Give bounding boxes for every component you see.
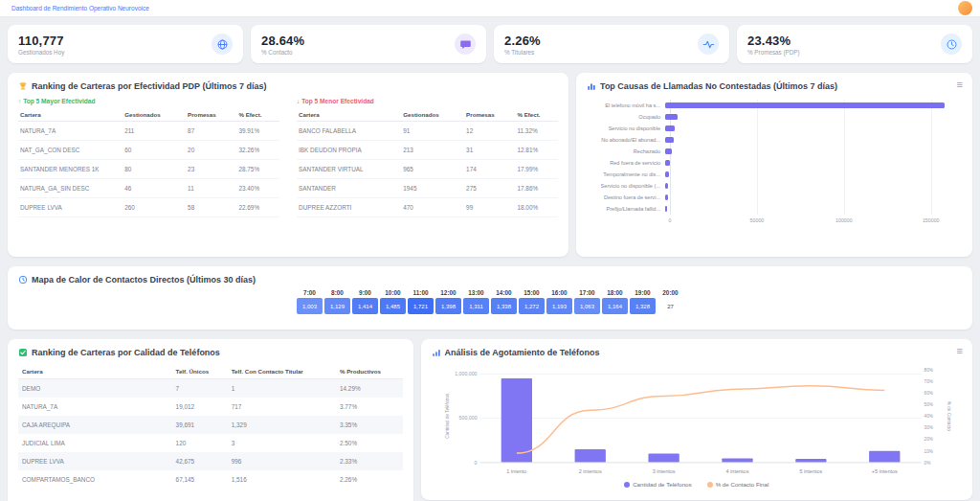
clock-icon — [18, 275, 28, 285]
hour-label: 19:00 — [635, 289, 650, 296]
dashboard-title-link[interactable]: Dashboard de Rendimiento Operativo Neuro… — [11, 5, 149, 11]
table-cell: 275 — [464, 179, 515, 198]
chart-bar-row: Destino fuera de servi... — [587, 192, 962, 203]
x-tick-label: 1 intento — [506, 468, 526, 474]
kpi-value: 23.43% — [747, 34, 800, 48]
table-cell: 87 — [186, 122, 236, 141]
kpi-text: 28.64%% Contacto — [261, 34, 304, 56]
table-cell: DUPREE LVVA — [18, 452, 172, 470]
kpi-text: 23.43%% Promesas (PDP) — [747, 34, 800, 56]
table-cell: NATURA_GA_SIN DESC — [18, 179, 122, 198]
bar — [869, 451, 900, 463]
bar — [665, 194, 668, 200]
heatmap-column: 13:001,311 — [463, 289, 489, 314]
legend-dot-bars — [624, 482, 630, 488]
heatmap-cell: 1,721 — [408, 298, 434, 314]
heatmap-column: 10:001,485 — [380, 289, 406, 314]
y2-tick-label: 10% — [924, 449, 933, 454]
kpi-label: % Promesas (PDP) — [747, 49, 800, 56]
table-cell: 14.29% — [336, 379, 403, 399]
table-cell: 32.26% — [236, 141, 279, 160]
table-cell: 717 — [228, 398, 336, 416]
calidad-title-text: Ranking de Carteras por Calidad de Teléf… — [32, 348, 220, 357]
table-cell: 22.69% — [236, 198, 279, 217]
legend-item-line[interactable]: % de Contacto Final — [707, 481, 769, 488]
table-cell: COMPARTAMOS_BANCO — [18, 470, 172, 489]
table-cell: DUPREE LVVA — [18, 198, 122, 217]
agotamiento-card-title: Análisis de Agotamiento de Teléfonos — [432, 348, 962, 357]
table-row: BANCO FALABELLA911211.32% — [297, 122, 558, 141]
table-row: SANTANDER194527517.86% — [297, 179, 558, 198]
bar — [665, 171, 669, 177]
table-cell: 260 — [122, 198, 186, 217]
chart-bar-row: El teléfono móvil ha s... — [587, 100, 962, 111]
axis-tick-label: 100000 — [835, 217, 853, 223]
table-cell: 91 — [401, 122, 464, 141]
hour-label: 8:00 — [331, 289, 344, 296]
table-cell: 80 — [122, 160, 186, 179]
hour-label: 17:00 — [579, 289, 594, 296]
heatmap-cell: 1,063 — [574, 298, 600, 314]
chart-menu-icon[interactable]: ≡ — [957, 346, 963, 356]
heatmap-card-title: Mapa de Calor de Contactos Directos (Últ… — [18, 275, 962, 285]
chart-bar-row: Red fuera de servicio — [587, 157, 962, 169]
table-cell: SANTANDER MENORES 1K — [18, 160, 122, 179]
column-header: Cartera — [18, 364, 172, 379]
pulse-icon — [698, 34, 719, 55]
legend-item-bars[interactable]: Cantidad de Teléfonos — [624, 481, 691, 488]
category-label: Prefijo/Llamada fallid... — [587, 206, 665, 212]
chart-bar-row: Temporalmente no dis... — [587, 169, 962, 180]
hour-label: 16:00 — [551, 289, 567, 296]
efectividad-title-text: Ranking de Carteras por Efectividad PDP … — [32, 81, 266, 91]
table-cell: 1945 — [401, 179, 464, 198]
kpi-value: 28.64% — [261, 34, 304, 48]
kpi-value: 2.26% — [504, 34, 541, 48]
table-cell: 18.00% — [515, 198, 558, 217]
bar — [665, 183, 668, 189]
bar — [795, 459, 826, 463]
kpi-label: % Contacto — [261, 49, 304, 56]
heatmap-column: 9:001,414 — [352, 289, 378, 314]
table-cell: NATURA_7A — [18, 398, 172, 416]
category-label: No abonado/El abonad... — [587, 137, 665, 143]
header-row: CarteraGestionadosPromesas% Efect. — [297, 108, 558, 122]
bar — [501, 378, 531, 463]
y-tick-label: 0 — [474, 460, 477, 466]
table-row: SANTANDER MENORES 1K802328.75% — [18, 160, 279, 179]
chart-menu-icon[interactable]: ≡ — [957, 80, 963, 90]
column-header: % Productivos — [336, 364, 403, 379]
x-axis: 050000100000150000 — [670, 217, 957, 227]
table-row: SANTANDER VIRTUAL96517417.99% — [297, 160, 558, 179]
category-label: Servicio no disponible (... — [587, 183, 665, 189]
user-avatar[interactable] — [958, 1, 972, 15]
table-row: DEMO7114.29% — [18, 379, 403, 399]
y2-tick-label: 80% — [924, 368, 933, 373]
table-row: JUDICIAL LIMA12032.50% — [18, 434, 403, 452]
axis-tick-label: 150000 — [923, 217, 940, 223]
y2-axis-label: % de Contacto — [947, 401, 951, 432]
hour-label: 7:00 — [303, 289, 316, 296]
column-header: % Efect. — [236, 108, 279, 122]
heatmap-column: 8:001,129 — [324, 289, 350, 314]
hour-label: 18:00 — [607, 289, 622, 296]
heatmap-cell: 1,398 — [435, 298, 461, 314]
heatmap-cell: 1,003 — [297, 298, 323, 314]
chart-bar-row: Ocupado — [587, 111, 962, 123]
no-contestadas-title-text: Top Causas de Llamadas No Contestadas (Ú… — [600, 81, 837, 91]
table-cell: 46 — [122, 179, 186, 198]
table-cell: 12 — [464, 122, 515, 141]
kpi-card: 23.43%% Promesas (PDP) — [737, 25, 972, 63]
category-label: Temporalmente no dis... — [587, 171, 665, 177]
legend-label-line: % de Contacto Final — [716, 481, 769, 488]
table-cell: 42,675 — [172, 452, 228, 470]
table-row: DUPREE LVVA2605822.69% — [18, 198, 279, 217]
agotamiento-card: Análisis de Agotamiento de Teléfonos ≡ 0… — [421, 339, 972, 500]
table-cell: 120 — [172, 434, 228, 452]
table-cell: 470 — [401, 198, 464, 217]
table-row: NATURA_GA_SIN DESC461123.40% — [18, 179, 279, 198]
y-axis-label: Cantidad de Teléfonos — [445, 393, 450, 439]
heatmap-column: 7:001,003 — [297, 289, 323, 314]
no-contestadas-card: Top Causas de Llamadas No Contestadas (Ú… — [576, 73, 972, 257]
chart-bar-row: Prefijo/Llamada fallid... — [587, 203, 962, 215]
heatmap-column: 12:001,398 — [435, 289, 461, 314]
